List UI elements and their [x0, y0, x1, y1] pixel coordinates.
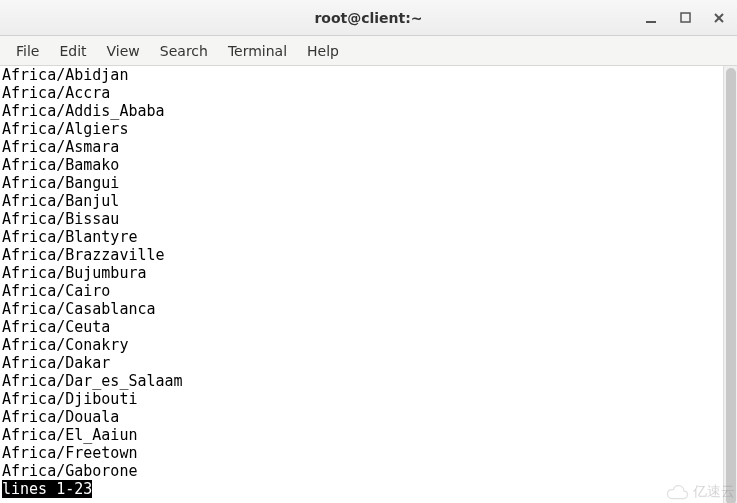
terminal-line: Africa/Casablanca	[2, 300, 735, 318]
pager-status-text: lines 1-23	[2, 480, 92, 498]
terminal-line: Africa/Banjul	[2, 192, 735, 210]
menu-search[interactable]: Search	[150, 39, 218, 63]
terminal-line: Africa/Ceuta	[2, 318, 735, 336]
terminal-line: Africa/Abidjan	[2, 66, 735, 84]
terminal-line: Africa/Gaborone	[2, 462, 735, 480]
terminal-line: Africa/Conakry	[2, 336, 735, 354]
terminal-line: Africa/Accra	[2, 84, 735, 102]
terminal-line: Africa/Blantyre	[2, 228, 735, 246]
svg-rect-1	[681, 13, 690, 22]
terminal-line: Africa/Dar_es_Salaam	[2, 372, 735, 390]
close-button[interactable]	[711, 10, 727, 26]
terminal-line: Africa/Dakar	[2, 354, 735, 372]
pager-status-line: lines 1-23	[2, 480, 92, 498]
menu-edit[interactable]: Edit	[49, 39, 96, 63]
terminal-content[interactable]: Africa/Abidjan Africa/Accra Africa/Addis…	[0, 66, 737, 503]
terminal-line: Africa/Bissau	[2, 210, 735, 228]
maximize-button[interactable]	[677, 10, 693, 26]
menu-view[interactable]: View	[97, 39, 150, 63]
menu-terminal[interactable]: Terminal	[218, 39, 297, 63]
menu-file[interactable]: File	[6, 39, 49, 63]
terminal-line: Africa/Bujumbura	[2, 264, 735, 282]
terminal-line: Africa/Cairo	[2, 282, 735, 300]
terminal-line: Africa/Bamako	[2, 156, 735, 174]
terminal-line: Africa/Djibouti	[2, 390, 735, 408]
terminal-line: Africa/Addis_Ababa	[2, 102, 735, 120]
menubar: File Edit View Search Terminal Help	[0, 36, 737, 66]
scrollbar[interactable]	[723, 66, 737, 503]
terminal-line: Africa/Bangui	[2, 174, 735, 192]
minimize-button[interactable]	[643, 10, 659, 26]
titlebar: root@client:~	[0, 0, 737, 36]
terminal-line: Africa/Brazzaville	[2, 246, 735, 264]
terminal-line: Africa/Algiers	[2, 120, 735, 138]
menu-help[interactable]: Help	[297, 39, 349, 63]
terminal-window: root@client:~ File Edit View Search Term…	[0, 0, 737, 503]
window-title: root@client:~	[8, 10, 729, 26]
scrollbar-thumb[interactable]	[726, 68, 736, 503]
terminal-line: Africa/El_Aaiun	[2, 426, 735, 444]
window-controls	[643, 10, 727, 26]
terminal-line: Africa/Freetown	[2, 444, 735, 462]
terminal-line: Africa/Douala	[2, 408, 735, 426]
terminal-line: Africa/Asmara	[2, 138, 735, 156]
